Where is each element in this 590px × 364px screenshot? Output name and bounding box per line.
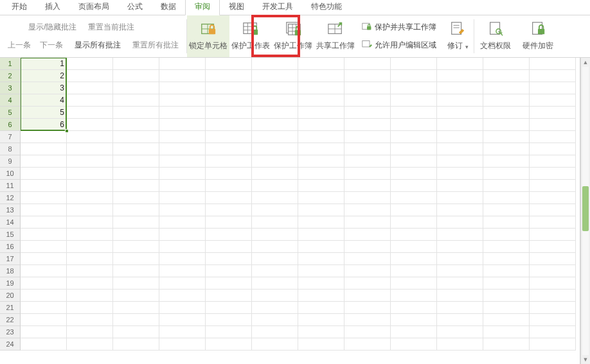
cell[interactable] — [67, 241, 113, 253]
cell[interactable] — [437, 241, 483, 253]
cell[interactable] — [113, 302, 159, 314]
cell[interactable] — [252, 314, 298, 326]
cell[interactable] — [21, 168, 67, 180]
cell[interactable] — [344, 192, 391, 204]
cell[interactable] — [206, 326, 252, 338]
cell[interactable] — [298, 94, 344, 107]
cell[interactable] — [113, 94, 159, 107]
scroll-down-arrow[interactable]: ▼ — [581, 355, 590, 364]
cell[interactable] — [391, 277, 437, 290]
cell[interactable] — [206, 155, 252, 168]
row-header[interactable]: 2 — [0, 70, 21, 82]
cell[interactable] — [252, 253, 298, 265]
cell[interactable] — [391, 204, 437, 216]
cell[interactable] — [344, 241, 391, 253]
cell[interactable] — [483, 314, 530, 326]
cell[interactable] — [67, 265, 113, 277]
cell[interactable] — [159, 119, 206, 131]
cell[interactable] — [113, 119, 159, 131]
cell[interactable] — [21, 265, 67, 277]
cell[interactable] — [67, 168, 113, 180]
cell[interactable] — [344, 265, 391, 277]
tab-special[interactable]: 特色功能 — [302, 0, 351, 15]
cell[interactable] — [21, 290, 67, 302]
cell[interactable] — [252, 302, 298, 314]
cell[interactable] — [391, 155, 437, 168]
cell[interactable] — [113, 180, 159, 192]
cell[interactable] — [391, 338, 437, 351]
allow-users-edit-button[interactable]: 允许用户编辑区域 — [359, 38, 439, 53]
cell[interactable] — [113, 338, 159, 351]
cell[interactable] — [206, 241, 252, 253]
cell[interactable] — [252, 241, 298, 253]
cell[interactable] — [252, 338, 298, 351]
cell[interactable]: 6 — [21, 119, 67, 131]
next-comment-label-button[interactable]: 下一条 — [37, 39, 66, 52]
cell[interactable] — [483, 204, 530, 216]
vertical-scrollbar[interactable]: ▲ ▼ — [580, 58, 590, 364]
cell[interactable] — [21, 314, 67, 326]
cell[interactable] — [391, 253, 437, 265]
cell[interactable] — [437, 204, 483, 216]
cell[interactable] — [391, 265, 437, 277]
cell[interactable] — [252, 277, 298, 290]
cell[interactable] — [206, 70, 252, 82]
row-header[interactable]: 22 — [0, 314, 21, 326]
cell[interactable] — [530, 326, 576, 338]
cell[interactable] — [437, 107, 483, 119]
cell[interactable] — [530, 216, 576, 229]
cell[interactable] — [252, 265, 298, 277]
share-workbook-button[interactable]: 共享工作簿 — [314, 15, 357, 57]
cell[interactable] — [21, 131, 67, 143]
tab-review[interactable]: 审阅 — [185, 0, 220, 15]
cell[interactable] — [67, 277, 113, 290]
cell[interactable] — [344, 107, 391, 119]
cell[interactable] — [483, 302, 530, 314]
cell[interactable] — [113, 277, 159, 290]
protect-and-share-button[interactable]: 保护并共享工作簿 — [359, 20, 439, 35]
cell[interactable] — [67, 290, 113, 302]
cell[interactable] — [252, 119, 298, 131]
cell[interactable] — [113, 168, 159, 180]
cell[interactable] — [437, 229, 483, 241]
cell[interactable] — [21, 143, 67, 155]
next-comment-button[interactable] — [14, 21, 19, 35]
cell[interactable] — [113, 82, 159, 94]
cell[interactable] — [206, 290, 252, 302]
prev-comment-button[interactable] — [5, 21, 10, 35]
cell[interactable] — [483, 180, 530, 192]
cell[interactable] — [530, 58, 576, 70]
cell[interactable] — [159, 143, 206, 155]
cell[interactable] — [206, 314, 252, 326]
cell[interactable] — [67, 302, 113, 314]
cell[interactable] — [252, 107, 298, 119]
cell[interactable] — [344, 168, 391, 180]
cell[interactable] — [344, 82, 391, 94]
cell[interactable] — [391, 143, 437, 155]
cell[interactable] — [159, 290, 206, 302]
prev-comment-label-button[interactable]: 上一条 — [5, 39, 33, 52]
cell[interactable] — [530, 168, 576, 180]
cell[interactable] — [252, 180, 298, 192]
cell[interactable] — [159, 94, 206, 107]
cell[interactable] — [344, 143, 391, 155]
cell[interactable] — [391, 94, 437, 107]
cell[interactable] — [344, 119, 391, 131]
cell[interactable] — [344, 253, 391, 265]
cell[interactable] — [67, 107, 113, 119]
tab-insert[interactable]: 插入 — [36, 0, 69, 15]
cell[interactable] — [437, 253, 483, 265]
cell[interactable] — [67, 314, 113, 326]
cell[interactable] — [67, 326, 113, 338]
cell[interactable] — [344, 302, 391, 314]
cell[interactable] — [21, 241, 67, 253]
cell[interactable] — [159, 131, 206, 143]
cell[interactable] — [391, 119, 437, 131]
cell[interactable] — [206, 277, 252, 290]
cell[interactable] — [67, 216, 113, 229]
cell[interactable] — [298, 70, 344, 82]
cell[interactable] — [67, 143, 113, 155]
protect-sheet-button[interactable]: 保护工作表 — [229, 15, 272, 57]
cell[interactable] — [530, 107, 576, 119]
cell[interactable] — [159, 253, 206, 265]
